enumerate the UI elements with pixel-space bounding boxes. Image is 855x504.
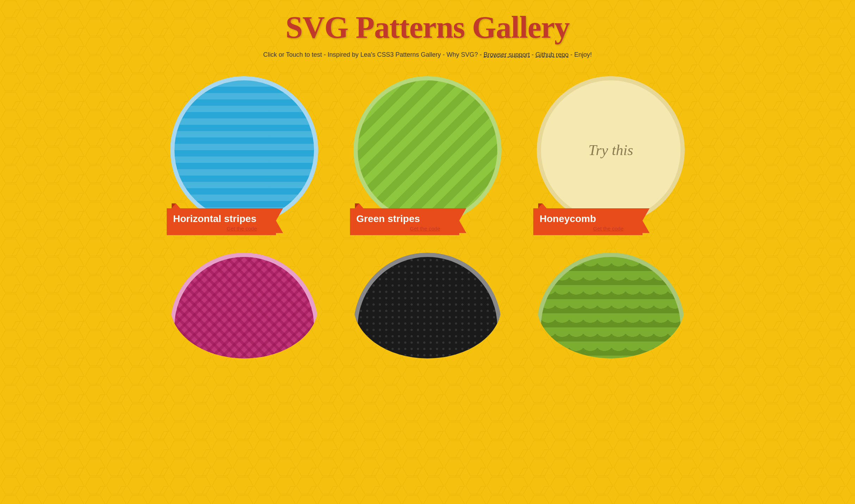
pattern-item-green-stripes[interactable]: Green stripes Get the code: [336, 76, 519, 235]
label-inner-green: Green stripes Get the code: [350, 208, 459, 235]
pattern-honeycomb-fill: Try this: [537, 76, 685, 224]
pattern-item-scales[interactable]: [519, 253, 702, 348]
circle-scales[interactable]: [537, 253, 685, 358]
pattern-herringbone-fill: [170, 253, 318, 358]
page-wrapper: SVG Patterns Gallery Click or Touch to t…: [0, 0, 855, 369]
subtitle-sep2: -: [570, 51, 574, 58]
pattern-name-honeycomb: Honeycomb: [540, 213, 634, 225]
pattern-item-horizontal-stripes[interactable]: Horizontal stripes Get the code: [153, 76, 336, 235]
gallery-grid: Horizontal stripes Get the code Green st…: [146, 76, 709, 355]
pattern-dots-fill: [353, 253, 502, 358]
github-repo-link[interactable]: Github repo: [535, 51, 568, 58]
subtitle: Click or Touch to test - Inspired by Lea…: [7, 51, 848, 59]
get-code-green[interactable]: Get the code: [356, 226, 451, 232]
pattern-horizontal-stripes-fill: [170, 76, 318, 224]
get-code-honeycomb[interactable]: Get the code: [540, 226, 634, 232]
label-horizontal-stripes: Horizontal stripes Get the code: [167, 208, 276, 235]
circle-horizontal-stripes[interactable]: [170, 76, 318, 224]
label-green-stripes: Green stripes Get the code: [350, 208, 459, 235]
subtitle-enjoy: Enjoy!: [574, 51, 592, 58]
arrow-tab-honeycomb: [538, 203, 547, 208]
subtitle-sep1: -: [531, 51, 535, 58]
circle-herringbone[interactable]: [170, 253, 318, 358]
pattern-item-dots[interactable]: [336, 253, 519, 348]
arrow-tab-horizontal: [172, 203, 180, 208]
pattern-item-herringbone[interactable]: [153, 253, 336, 348]
circle-dots[interactable]: [353, 253, 502, 358]
label-inner-honeycomb: Honeycomb Get the code: [533, 208, 642, 235]
subtitle-text: Click or Touch to test - Inspired by Lea…: [263, 51, 484, 58]
pattern-green-stripes-fill: [353, 76, 502, 224]
pattern-scales-fill: [537, 253, 685, 358]
circle-green-stripes[interactable]: [353, 76, 502, 224]
page-title: SVG Patterns Gallery: [7, 11, 848, 45]
arrow-tab-green: [355, 203, 363, 208]
try-this-text: Try this: [588, 142, 633, 159]
pattern-name-horizontal: Horizontal stripes: [173, 213, 267, 225]
get-code-horizontal[interactable]: Get the code: [173, 226, 267, 232]
browser-support-link[interactable]: Browser support: [484, 51, 530, 58]
label-honeycomb: Honeycomb Get the code: [533, 208, 642, 235]
pattern-name-green: Green stripes: [356, 213, 451, 225]
pattern-item-honeycomb[interactable]: Try this Honeycomb Get the code: [519, 76, 702, 235]
circle-honeycomb[interactable]: Try this: [537, 76, 685, 224]
label-inner-horizontal: Horizontal stripes Get the code: [167, 208, 276, 235]
